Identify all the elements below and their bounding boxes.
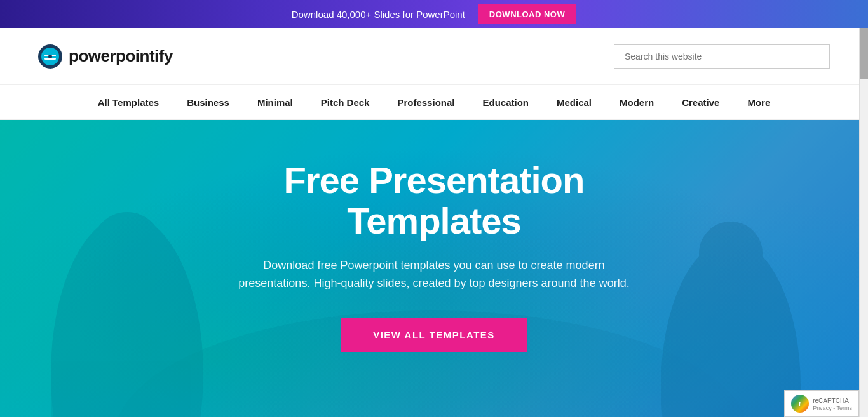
- main-navigation: All Templates Business Minimal Pitch Dec…: [0, 85, 868, 120]
- hero-subtitle: Download free Powerpoint templates you c…: [227, 256, 641, 293]
- logo-icon: [38, 44, 62, 69]
- hero-section: Free Presentation Templates Download fre…: [0, 120, 868, 417]
- download-now-button[interactable]: DOWNLOAD NOW: [478, 4, 576, 24]
- scrollbar-thumb[interactable]: [860, 28, 868, 79]
- nav-item-medical[interactable]: Medical: [543, 87, 606, 118]
- nav-item-more[interactable]: More: [733, 87, 784, 118]
- recaptcha-links[interactable]: Privacy - Terms: [813, 405, 852, 411]
- svg-point-4: [48, 55, 52, 58]
- hero-content: Free Presentation Templates Download fre…: [186, 160, 682, 377]
- banner-text: Download 40,000+ Slides for PowerPoint: [292, 9, 465, 20]
- svg-point-6: [92, 212, 162, 282]
- nav-item-all-templates[interactable]: All Templates: [84, 87, 173, 118]
- header: powerpointify: [0, 28, 868, 85]
- top-banner: Download 40,000+ Slides for PowerPoint D…: [0, 0, 868, 28]
- nav-item-modern[interactable]: Modern: [606, 87, 668, 118]
- nav-item-business[interactable]: Business: [173, 87, 243, 118]
- nav-item-professional[interactable]: Professional: [383, 87, 468, 118]
- view-all-templates-button[interactable]: VIEW ALL TEMPLATES: [341, 318, 527, 352]
- nav-item-education[interactable]: Education: [468, 87, 543, 118]
- recaptcha-terms-link[interactable]: Terms: [837, 405, 853, 411]
- hero-title: Free Presentation Templates: [212, 160, 656, 241]
- recaptcha-privacy-link[interactable]: Privacy: [813, 405, 832, 411]
- recaptcha-label: reCAPTCHA: [813, 397, 852, 405]
- logo-area[interactable]: powerpointify: [38, 44, 173, 69]
- logo-text: powerpointify: [69, 46, 173, 66]
- svg-point-8: [699, 222, 763, 285]
- nav-item-minimal[interactable]: Minimal: [243, 87, 307, 118]
- recaptcha-logo-icon: r: [791, 395, 809, 413]
- search-input[interactable]: [614, 44, 830, 69]
- recaptcha-badge: r reCAPTCHA Privacy - Terms: [784, 390, 859, 417]
- nav-item-pitch-deck[interactable]: Pitch Deck: [307, 87, 384, 118]
- nav-item-creative[interactable]: Creative: [668, 87, 733, 118]
